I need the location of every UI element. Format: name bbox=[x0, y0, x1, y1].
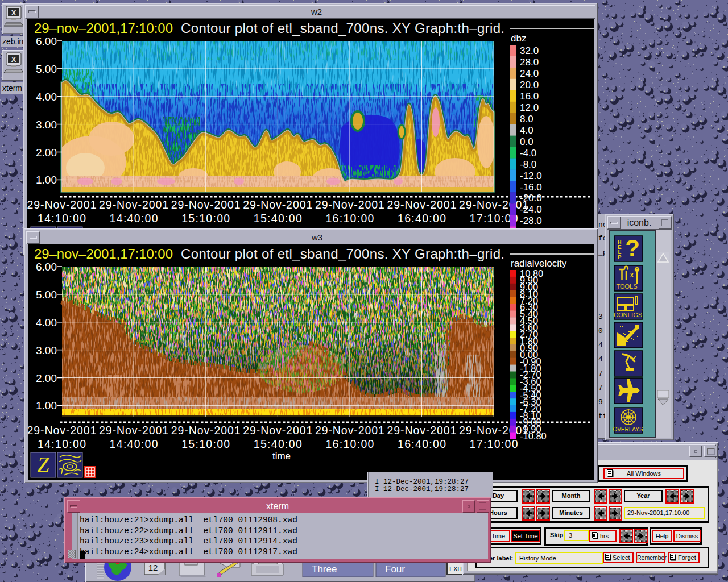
svg-text:TOOLS: TOOLS bbox=[616, 283, 637, 290]
svg-text:3.00: 3.00 bbox=[36, 119, 57, 131]
svg-text:-4.0: -4.0 bbox=[520, 148, 536, 159]
svg-text:29-Nov-2001: 29-Nov-2001 bbox=[99, 424, 168, 436]
svg-text:29-Nov-2001: 29-Nov-2001 bbox=[243, 198, 312, 211]
svg-text:1.00: 1.00 bbox=[36, 400, 57, 411]
svg-text:16:10:00: 16:10:00 bbox=[325, 438, 374, 450]
svg-text:29-Nov-2001: 29-Nov-2001 bbox=[27, 198, 97, 211]
svg-text:X: X bbox=[11, 9, 16, 17]
svg-text:29-Nov-2001: 29-Nov-2001 bbox=[459, 424, 528, 436]
svg-text:Four: Four bbox=[385, 564, 405, 575]
svg-text:OVERLAYS: OVERLAYS bbox=[613, 426, 643, 433]
svg-text:16:10:00: 16:10:00 bbox=[325, 212, 374, 225]
svg-text:6.00: 6.00 bbox=[36, 35, 57, 47]
svg-text:0.0: 0.0 bbox=[520, 136, 533, 147]
svg-text:29-Nov-2001: 29-Nov-2001 bbox=[243, 424, 312, 436]
svg-text:15:40:00: 15:40:00 bbox=[254, 438, 302, 450]
svg-text:Three: Three bbox=[312, 564, 337, 575]
svg-text:EXIT: EXIT bbox=[449, 566, 463, 572]
svg-text:29-Nov-2001: 29-Nov-2001 bbox=[387, 424, 457, 436]
svg-text:X: X bbox=[11, 55, 16, 64]
svg-text:-10.80: -10.80 bbox=[520, 431, 547, 441]
svg-text:15:10:00: 15:10:00 bbox=[181, 438, 230, 450]
svg-text:1.00: 1.00 bbox=[36, 174, 57, 186]
svg-text:29-Nov-2001: 29-Nov-2001 bbox=[99, 198, 168, 211]
svg-text:8.0: 8.0 bbox=[520, 114, 533, 124]
svg-text:4.00: 4.00 bbox=[36, 317, 57, 329]
svg-text:29-Nov-2001: 29-Nov-2001 bbox=[387, 198, 457, 211]
svg-text:-8.0: -8.0 bbox=[520, 159, 536, 170]
svg-text:29–nov–2001,17:10:00: 29–nov–2001,17:10:00 bbox=[34, 20, 173, 36]
svg-text:P: P bbox=[618, 254, 622, 261]
svg-text:29-Nov-2001: 29-Nov-2001 bbox=[28, 424, 97, 436]
svg-text:20.0: 20.0 bbox=[520, 80, 539, 90]
svg-text:radialvelocity: radialvelocity bbox=[511, 258, 567, 269]
svg-text:2.00: 2.00 bbox=[36, 372, 57, 384]
svg-text:29-Nov-2001: 29-Nov-2001 bbox=[315, 198, 384, 211]
svg-text:14:40:00: 14:40:00 bbox=[110, 438, 158, 450]
svg-text:15:40:00: 15:40:00 bbox=[254, 212, 302, 225]
svg-text:29-Nov-2001: 29-Nov-2001 bbox=[171, 424, 241, 436]
svg-text:29-Nov-2001: 29-Nov-2001 bbox=[315, 424, 384, 436]
svg-text:4.00: 4.00 bbox=[36, 91, 57, 103]
svg-text:5.00: 5.00 bbox=[36, 289, 57, 301]
svg-text:24.0: 24.0 bbox=[520, 68, 539, 79]
svg-text:-28.0: -28.0 bbox=[520, 215, 542, 226]
svg-text:-12.0: -12.0 bbox=[520, 171, 542, 181]
svg-text:3.00: 3.00 bbox=[36, 344, 57, 356]
svg-text:6.00: 6.00 bbox=[36, 261, 57, 273]
svg-text:17:10:00: 17:10:00 bbox=[470, 438, 518, 450]
svg-text:14:10:00: 14:10:00 bbox=[38, 438, 86, 450]
svg-text:2.00: 2.00 bbox=[36, 147, 57, 159]
svg-text:14:40:00: 14:40:00 bbox=[110, 212, 158, 225]
svg-text:29-Nov-2001: 29-Nov-2001 bbox=[459, 198, 528, 211]
svg-text:15:10:00: 15:10:00 bbox=[181, 212, 230, 225]
svg-text:Z: Z bbox=[37, 452, 49, 476]
svg-text:-20.0: -20.0 bbox=[520, 193, 542, 203]
svg-text:CONFIGS: CONFIGS bbox=[614, 311, 642, 318]
svg-text:12.0: 12.0 bbox=[520, 102, 539, 113]
svg-text:Contour plot of etl_sband_700n: Contour plot of etl_sband_700ns. XY Grap… bbox=[181, 20, 504, 36]
svg-text:time: time bbox=[272, 451, 291, 462]
svg-text:-24.0: -24.0 bbox=[520, 204, 542, 215]
svg-text:-16.0: -16.0 bbox=[520, 182, 542, 193]
svg-text:14:10:00: 14:10:00 bbox=[38, 212, 86, 225]
svg-text:29-Nov-2001: 29-Nov-2001 bbox=[171, 198, 241, 211]
svg-text:32.0: 32.0 bbox=[520, 45, 539, 56]
svg-text:12: 12 bbox=[148, 563, 158, 572]
svg-text:?: ? bbox=[625, 235, 640, 261]
svg-text:16.0: 16.0 bbox=[520, 91, 539, 102]
svg-text:28.0: 28.0 bbox=[520, 57, 539, 68]
svg-text:4.0: 4.0 bbox=[520, 125, 533, 136]
svg-text:5.00: 5.00 bbox=[36, 63, 57, 75]
svg-text:16:40:00: 16:40:00 bbox=[398, 438, 446, 450]
svg-text:Contour plot of etl_sband_700n: Contour plot of etl_sband_700ns. XY Grap… bbox=[181, 246, 504, 261]
svg-text:16:40:00: 16:40:00 bbox=[398, 212, 446, 225]
svg-text:dbz: dbz bbox=[511, 33, 526, 44]
svg-text:29–nov–2001,17:10:00: 29–nov–2001,17:10:00 bbox=[34, 246, 173, 261]
